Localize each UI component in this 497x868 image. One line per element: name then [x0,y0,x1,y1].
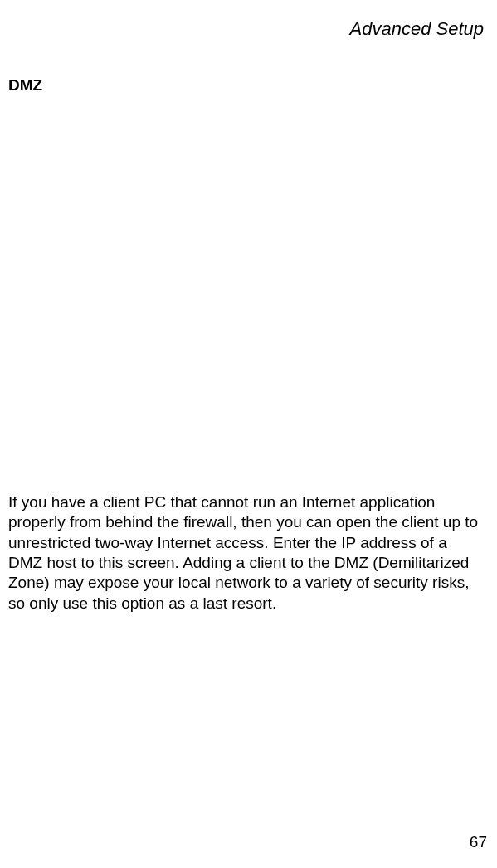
page-number: 67 [470,833,487,851]
body-paragraph: If you have a client PC that cannot run … [8,492,487,613]
section-heading-dmz: DMZ [8,76,487,95]
page-header: Advanced Setup [8,18,487,40]
